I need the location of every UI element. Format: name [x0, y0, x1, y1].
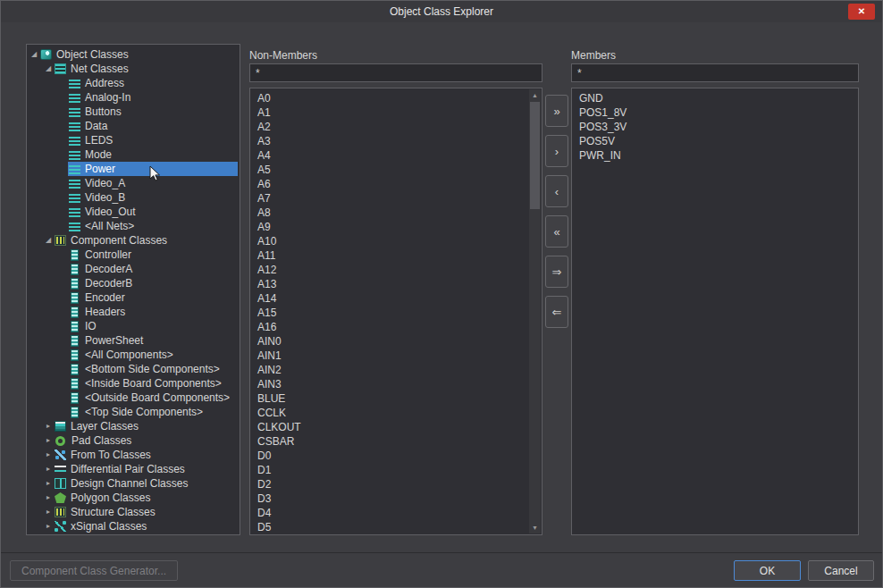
non-member-a7[interactable]: A7	[250, 191, 542, 206]
tree-item-bottom-side-components[interactable]: <Bottom Side Components>	[29, 362, 238, 376]
tree-item-power[interactable]: Power	[29, 162, 238, 176]
scroll-down-icon[interactable]: ▼	[529, 522, 541, 533]
tree-item-encoder[interactable]: Encoder	[29, 290, 238, 305]
close-button[interactable]: ✕	[848, 4, 875, 20]
non-member-a12[interactable]: A12	[250, 263, 542, 277]
tree-item-structure-classes[interactable]: ▸Structure Classes	[29, 505, 238, 519]
tree-item-all-components[interactable]: <All Components>	[29, 348, 238, 362]
member-pos3-3v[interactable]: POS3_3V	[572, 120, 858, 134]
add-matching-button[interactable]: ⇒	[545, 256, 568, 288]
tree-item-leds[interactable]: LEDS	[29, 133, 238, 147]
non-member-d3[interactable]: D3	[250, 491, 542, 506]
collapsed-arrow-icon[interactable]: ▸	[43, 433, 54, 448]
non-member-a1[interactable]: A1	[250, 105, 542, 120]
expanded-arrow-icon[interactable]: ◢	[43, 233, 54, 248]
non-member-ain1[interactable]: AIN1	[250, 349, 542, 363]
non-member-d0[interactable]: D0	[250, 449, 542, 463]
collapsed-arrow-icon[interactable]: ▸	[43, 448, 54, 462]
members-filter-input[interactable]	[571, 63, 859, 82]
non-member-a3[interactable]: A3	[250, 134, 542, 148]
tree-item-differential-pair-classes[interactable]: ▸Differential Pair Classes	[29, 462, 238, 476]
tree-item-design-channel-classes[interactable]: ▸Design Channel Classes	[29, 476, 238, 491]
non-member-a6[interactable]: A6	[250, 177, 542, 191]
tree-item-video-b[interactable]: Video_B	[29, 190, 238, 205]
tree-item-video-out[interactable]: Video_Out	[29, 205, 238, 219]
tree-item-controller[interactable]: Controller	[29, 248, 238, 262]
remove-matching-button[interactable]: ⇐	[545, 296, 568, 328]
non-member-d2[interactable]: D2	[250, 477, 542, 491]
collapsed-arrow-icon[interactable]: ▸	[43, 505, 54, 519]
tree-item-powersheet[interactable]: PowerSheet	[29, 333, 238, 348]
remove-all-button[interactable]: «	[545, 215, 568, 248]
add-selected-button[interactable]: ›	[545, 135, 568, 167]
scroll-up-icon[interactable]: ▲	[529, 89, 541, 101]
titlebar[interactable]: Object Class Explorer ✕	[1, 1, 882, 22]
tree-item-analog-in[interactable]: Analog-In	[29, 90, 238, 105]
non-member-a15[interactable]: A15	[250, 306, 542, 320]
non-members-scrollbar[interactable]: ▲ ▼	[529, 89, 541, 533]
non-member-ain0[interactable]: AIN0	[250, 334, 542, 349]
tree-item-component-classes[interactable]: ◢Component Classes	[29, 233, 238, 248]
non-member-a5[interactable]: A5	[250, 163, 542, 177]
tree-item-video-a[interactable]: Video_A	[29, 176, 238, 190]
non-member-ain3[interactable]: AIN3	[250, 377, 542, 391]
non-member-blue[interactable]: BLUE	[250, 391, 542, 406]
tree-item-layer-classes[interactable]: ▸Layer Classes	[29, 419, 238, 433]
expanded-arrow-icon[interactable]: ◢	[43, 62, 54, 76]
tree-item-data[interactable]: Data	[29, 119, 238, 133]
non-members-filter-input[interactable]	[249, 63, 542, 82]
remove-selected-button[interactable]: ‹	[545, 175, 568, 207]
tree-item-all-nets[interactable]: <All Nets>	[29, 219, 238, 233]
non-member-d4[interactable]: D4	[250, 506, 542, 520]
non-member-a10[interactable]: A10	[250, 234, 542, 248]
collapsed-arrow-icon[interactable]: ▸	[43, 519, 54, 533]
ok-button[interactable]: OK	[734, 560, 801, 581]
tree-item-polygon-classes[interactable]: ▸Polygon Classes	[29, 491, 238, 505]
tree-item-pad-classes[interactable]: ▸Pad Classes	[29, 433, 238, 448]
collapsed-arrow-icon[interactable]: ▸	[43, 419, 54, 433]
tree-item-address[interactable]: Address	[29, 76, 238, 90]
tree-item-from-to-classes[interactable]: ▸From To Classes	[29, 448, 238, 462]
non-member-ain2[interactable]: AIN2	[250, 363, 542, 377]
tree-item-top-side-components[interactable]: <Top Side Components>	[29, 405, 238, 419]
members-list[interactable]: GNDPOS1_8VPOS3_3VPOS5VPWR_IN	[571, 88, 859, 535]
tree-item-buttons[interactable]: Buttons	[29, 105, 238, 119]
tree-item-xsignal-classes[interactable]: ▸xSignal Classes	[29, 519, 238, 533]
component-class-generator-button[interactable]: Component Class Generator...	[10, 560, 178, 581]
non-member-a11[interactable]: A11	[250, 248, 542, 263]
non-member-a14[interactable]: A14	[250, 291, 542, 306]
non-member-d5[interactable]: D5	[250, 520, 542, 534]
tree-item-object-classes[interactable]: ◢Object Classes	[29, 47, 238, 62]
member-pwr-in[interactable]: PWR_IN	[572, 148, 858, 163]
non-member-clkout[interactable]: CLKOUT	[250, 420, 542, 434]
collapsed-arrow-icon[interactable]: ▸	[43, 491, 54, 505]
cancel-button[interactable]: Cancel	[808, 560, 874, 581]
collapsed-arrow-icon[interactable]: ▸	[43, 476, 54, 491]
non-member-a16[interactable]: A16	[250, 320, 542, 334]
collapsed-arrow-icon[interactable]: ▸	[43, 462, 54, 476]
non-member-a0[interactable]: A0	[250, 91, 542, 105]
member-pos1-8v[interactable]: POS1_8V	[572, 105, 858, 120]
expanded-arrow-icon[interactable]: ◢	[29, 47, 39, 62]
non-member-a4[interactable]: A4	[250, 148, 542, 163]
tree-item-inside-board-components[interactable]: <Inside Board Components>	[29, 376, 238, 391]
non-member-csbar[interactable]: CSBAR	[250, 434, 542, 449]
non-member-a9[interactable]: A9	[250, 220, 542, 234]
tree-item-headers[interactable]: Headers	[29, 305, 238, 319]
tree-item-mode[interactable]: Mode	[29, 147, 238, 162]
non-member-a8[interactable]: A8	[250, 206, 542, 220]
scrollbar-thumb[interactable]	[530, 102, 540, 209]
non-member-a2[interactable]: A2	[250, 120, 542, 134]
non-member-a13[interactable]: A13	[250, 277, 542, 291]
tree-item-decodera[interactable]: DecoderA	[29, 262, 238, 276]
member-gnd[interactable]: GND	[572, 91, 858, 105]
tree-item-io[interactable]: IO	[29, 319, 238, 333]
tree-item-net-classes[interactable]: ◢Net Classes	[29, 62, 238, 76]
non-member-cclk[interactable]: CCLK	[250, 406, 542, 420]
member-pos5v[interactable]: POS5V	[572, 134, 858, 148]
tree-item-outside-board-components[interactable]: <Outside Board Components>	[29, 391, 238, 405]
tree-item-decoderb[interactable]: DecoderB	[29, 276, 238, 290]
non-member-d1[interactable]: D1	[250, 463, 542, 477]
add-all-button[interactable]: »	[545, 95, 568, 127]
non-members-list[interactable]: A0A1A2A3A4A5A6A7A8A9A10A11A12A13A14A15A1…	[249, 88, 542, 535]
